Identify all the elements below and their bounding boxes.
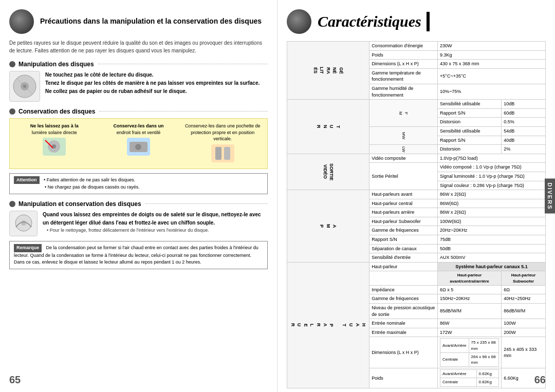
freq-value: 20Hz~20KHz (438, 226, 546, 235)
hp-col1-header: Haut-parleur avant/central/arrière (438, 271, 502, 285)
energy-value: 230W (438, 42, 546, 51)
lw-dist-value: 2% (502, 145, 546, 154)
section3-text: Quand vous laissez des empreintes de doi… (43, 211, 268, 234)
sens-value: AUX 500mV (438, 253, 546, 263)
spec-row-hp-avant: AMP Haut-parleurs avant 86W x 2(6Ω) (287, 190, 546, 199)
cons-img-3 (211, 144, 234, 162)
spec-row-fm-sens: TUNR FM Sensibilité utilisable 10dB (287, 100, 546, 109)
hp-freq-label: Gamme de fréquences (369, 294, 438, 304)
svg-point-12 (21, 220, 26, 226)
hp-dim-sub-val: 245 x 405 x 333 mm (502, 337, 546, 368)
sortie-group-label: SORTIEVIDÉO (287, 154, 369, 190)
impedance-val2: 6Ω (502, 285, 546, 294)
page-number-left: 65 (9, 374, 21, 386)
spec-row-energy: GÉNÉRALITÉS Consommation d'énergie 230W (287, 42, 546, 51)
hp-arriere-label: Haut-parleurs arrière (369, 208, 438, 217)
hp-central-value: 86W(6Ω) (438, 199, 546, 208)
sens-label: Sensibilité d'entrée (369, 253, 438, 263)
left-intro: De petites rayures sur le disque peuvent… (9, 39, 268, 54)
hp-system-header: Système haut-parleur canaux 5.1 (438, 262, 546, 271)
cleaning-image (9, 211, 38, 236)
divers-tab: DIVERS (545, 178, 555, 214)
lw-sn-value: 40dB (502, 136, 546, 145)
energy-label: Consommation d'énergie (369, 42, 438, 51)
fm-sens-value: 10dB (502, 100, 546, 109)
hp-row-label: Haut-parleur (369, 262, 438, 271)
spec-row-video-comp: SORTIEVIDÉO Vidéo composite 1.0Vp-p(75Ω … (287, 154, 546, 163)
hp-poids-label: Poids (369, 368, 438, 388)
haut-parleur-group: HAUTPARLEUR (287, 262, 369, 388)
dim-label: Dimensions (L x H x P) (369, 60, 438, 69)
conservation-grid: Ne les laissez pas à la lumière solaire … (9, 118, 268, 169)
lw-dist-label: Distorsion (438, 145, 502, 154)
hp-dim-cent: 264 x 98 x 88 mm (469, 352, 499, 366)
hp-central-label: Haut-parleur central (369, 199, 438, 208)
lw-subgroup: LW (369, 145, 438, 154)
attention-item-1: • Faites attention de ne pas salir les d… (44, 177, 135, 182)
disc-icon-left (9, 9, 34, 34)
fm-dist-value: 0.5% (502, 118, 546, 127)
sep-value: 50dB (438, 244, 546, 253)
specs-table: GÉNÉRALITÉS Consommation d'énergie 230W … (287, 41, 546, 388)
humid-label: Gamme humidité de fonctionnement (369, 84, 438, 99)
left-page: Précautions dans la manipulation et la c… (0, 0, 278, 392)
right-title: Caractéristiques (318, 13, 421, 30)
section2-header: Conservation des disques (9, 108, 268, 115)
disc-icon-right (287, 9, 311, 34)
temp-value: +5°C~+35°C (438, 68, 546, 84)
impedance-val1: 6Ω x 5 (438, 285, 502, 294)
amp-group-label: AMP (287, 190, 369, 263)
section1-header: Manipulation des disques (9, 61, 268, 68)
fm-dist-label: Distorsion (438, 118, 502, 127)
hp-poids-subtable: Avant/Arrière0.62Kg Centrale0.82Kg (440, 369, 499, 386)
hp-entree-nom-val2: 100W (502, 319, 546, 328)
poids-label: Poids (369, 50, 438, 60)
peritel-val2: Signal luminosité : 1.0 Vp-p (charge 75Ω… (438, 172, 546, 181)
humid-value: 10%~75% (438, 84, 546, 99)
sn-label: Rapport S/N (369, 235, 438, 245)
page-number-right: 66 (534, 374, 546, 386)
cons-img-2 (127, 138, 150, 156)
poids-value: 9.3Kg (438, 50, 546, 60)
hp-entree-nom-val1: 86W (438, 319, 502, 328)
peritel-label: Sortie Péritel (369, 163, 438, 190)
section3-header: Manipulation et conservation des disques (9, 200, 268, 208)
tunr-group-label: TUNR (287, 100, 369, 154)
dim-value: 430 x 75 x 368 mm (438, 60, 546, 69)
video-comp-value: 1.0Vp-p(75Ω load) (438, 154, 546, 163)
fm-subgroup: FM (369, 100, 438, 127)
section3-content: Quand vous laissez des empreintes de doi… (9, 211, 268, 237)
remarque-label: Remarque (14, 244, 42, 252)
hp-avant-value: 86W x 2(6Ω) (438, 190, 546, 199)
sn-value: 75dB (438, 235, 546, 245)
peritel-val3: Signal couleur : 0.286 Vp-p (charge 75Ω) (438, 181, 546, 190)
hp-freq-val1: 150Hz~20KHz (438, 294, 502, 304)
hp-entree-max-val2: 200W (502, 328, 546, 337)
disc-image (9, 71, 40, 102)
svg-rect-10 (224, 147, 230, 160)
hp-col2-header: Haut-parleur Subwoofer (502, 271, 546, 285)
hp-entree-nom-label: Entrée nominale (369, 319, 438, 328)
freq-label: Gamme de fréquences (369, 226, 438, 235)
hp-niveau-val1: 85dB/W/M (438, 304, 502, 319)
section3-sub: • Pour le nettoyage, frottez délicatemen… (43, 227, 268, 234)
right-page: Caractéristiques GÉNÉRALITÉS Consommatio… (278, 0, 555, 392)
svg-rect-9 (215, 147, 221, 160)
impedance-label: Impédance (369, 285, 438, 294)
gen-group-label: GÉNÉRALITÉS (287, 42, 369, 100)
cons-item-2: Conservez-les dans un endroit frais et v… (98, 123, 179, 164)
cons-img-1 (43, 138, 66, 156)
peritel-val1: Vidéo composé : 1.0 Vp-p (charge 75Ω) (438, 163, 546, 172)
remarque-box: Remarque De la condensation peut se form… (9, 241, 268, 269)
hp-poids-av: 0.62Kg (476, 370, 499, 378)
attention-label: Attention (14, 176, 40, 184)
hp-sub-value: 100W(6Ω) (438, 217, 546, 226)
mw-sens-value: 54dB (502, 126, 546, 136)
hp-dim-subtable: Avant/Arrière75 x 235 x 88 mm Centrale26… (440, 338, 499, 367)
fm-sn-label: Rapport S/N (438, 108, 502, 118)
manipulation-text: Ne touchez pas le côté de lecture du dis… (45, 71, 260, 102)
mw-sens-label: Sensibilité utilisable (438, 126, 502, 136)
left-title: Précautions dans la manipulation et la c… (40, 16, 262, 27)
hp-niveau-val2: 86dB/W/M (502, 304, 546, 319)
attention-box: Attention • Faites attention de ne pas s… (9, 173, 268, 194)
